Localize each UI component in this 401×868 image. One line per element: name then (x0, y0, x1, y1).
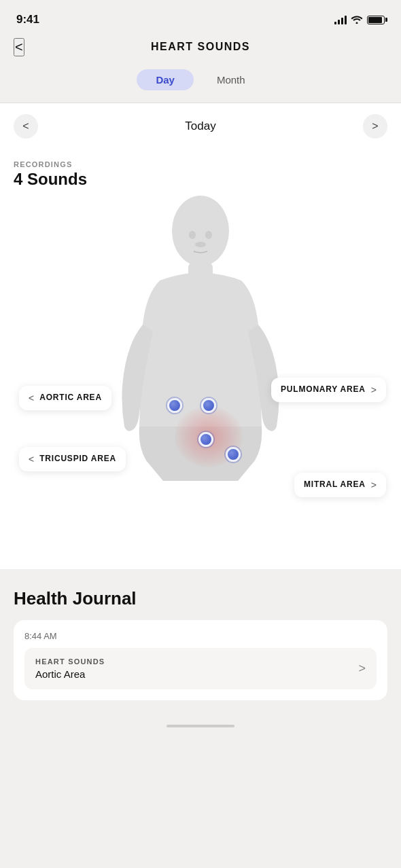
bottom-handle (167, 725, 234, 727)
svg-point-3 (205, 231, 212, 239)
status-time: 9:41 (16, 13, 39, 26)
period-toggle: Day Month (0, 64, 401, 103)
pulmonary-dot[interactable] (201, 398, 216, 413)
date-navigation: < Today > (0, 103, 401, 149)
body-diagram: < AORTIC AREA PULMONARY AREA > < TRICUSP… (0, 189, 401, 569)
recordings-section: RECORDINGS 4 Sounds (0, 149, 401, 189)
journal-entry-chevron: > (358, 662, 366, 676)
journal-entry-subtitle: Aortic Area (35, 668, 105, 680)
next-date-button[interactable]: > (363, 114, 387, 139)
journal-entry[interactable]: HEART SOUNDS Aortic Area > (24, 648, 377, 689)
current-date-label: Today (185, 120, 215, 133)
battery-icon (367, 16, 385, 24)
wifi-icon (351, 14, 363, 26)
tricuspid-chevron-left: < (29, 454, 34, 465)
page-title: HEART SOUNDS (151, 41, 250, 53)
tricuspid-area-text: TRICUSPID AREA (39, 454, 116, 465)
journal-card: 8:44 AM HEART SOUNDS Aortic Area > (14, 620, 387, 700)
journal-time: 8:44 AM (24, 631, 377, 641)
tricuspid-dot[interactable] (198, 432, 213, 447)
month-toggle-button[interactable]: Month (198, 69, 264, 90)
journal-entry-content: HEART SOUNDS Aortic Area (35, 657, 105, 680)
mitral-chevron-right: > (371, 480, 377, 490)
mitral-area-label[interactable]: MITRAL AREA > (294, 473, 386, 497)
journal-title: Health Journal (14, 588, 387, 609)
svg-point-2 (189, 231, 196, 239)
pulmonary-chevron-right: > (371, 384, 377, 395)
aortic-dot[interactable] (167, 398, 182, 413)
signal-icon (334, 15, 347, 24)
body-silhouette (99, 189, 302, 569)
header: < HEART SOUNDS (0, 35, 401, 64)
aortic-chevron-left: < (29, 393, 34, 403)
status-bar: 9:41 (0, 0, 401, 35)
mitral-dot[interactable] (226, 447, 241, 462)
health-journal-section: Health Journal 8:44 AM HEART SOUNDS Aort… (0, 569, 401, 711)
prev-date-button[interactable]: < (14, 114, 38, 139)
journal-entry-title: HEART SOUNDS (35, 657, 105, 666)
back-button[interactable]: < (14, 38, 24, 56)
aortic-area-text: AORTIC AREA (39, 393, 102, 403)
tricuspid-area-label[interactable]: < TRICUSPID AREA (19, 447, 126, 471)
pulmonary-area-text: PULMONARY AREA (281, 384, 366, 395)
recordings-label: RECORDINGS (14, 160, 387, 168)
svg-point-4 (195, 242, 206, 247)
svg-point-0 (172, 196, 229, 266)
status-icons (334, 14, 385, 26)
aortic-area-label[interactable]: < AORTIC AREA (19, 386, 111, 410)
pulmonary-area-label[interactable]: PULMONARY AREA > (271, 378, 386, 402)
day-toggle-button[interactable]: Day (137, 69, 194, 90)
recordings-count: 4 Sounds (14, 170, 387, 189)
mitral-area-text: MITRAL AREA (304, 480, 366, 490)
